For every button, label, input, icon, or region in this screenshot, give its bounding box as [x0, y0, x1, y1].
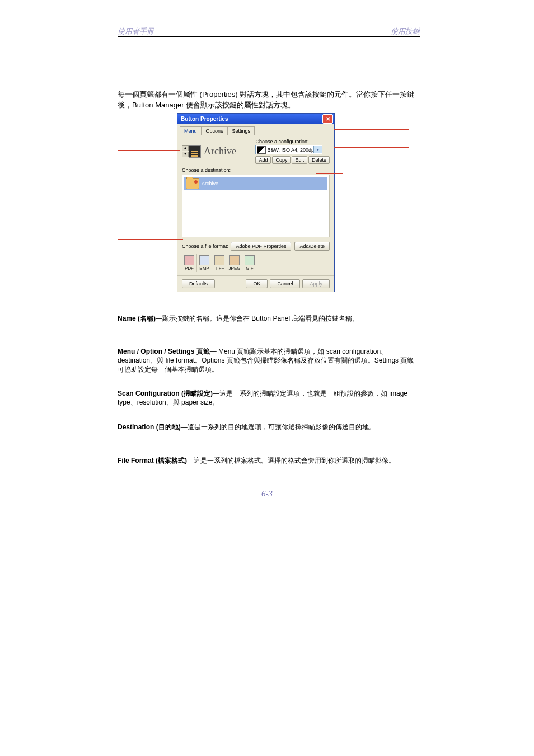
- intro-para: 每一個頁籤都有一個屬性 (Properties) 對話方塊，其中包含該按鍵的元件…: [118, 90, 420, 111]
- defaults-button[interactable]: Defaults: [182, 279, 215, 288]
- format-jpeg[interactable]: JPEG: [227, 254, 242, 272]
- leader-dest-v: [343, 173, 343, 224]
- tab-menu[interactable]: Menu: [180, 126, 202, 135]
- config-combo[interactable]: B&W, ISO A4, 200dpi ▾: [255, 145, 322, 154]
- copy-button[interactable]: Copy: [272, 156, 291, 164]
- folder-icon: [186, 178, 199, 189]
- config-value: B&W, ISO A4, 200dpi: [267, 147, 313, 153]
- tab-options[interactable]: Options: [202, 126, 228, 135]
- header-rule: [118, 36, 420, 37]
- tab-row: Menu Options Settings: [177, 126, 334, 135]
- cancel-button[interactable]: Cancel: [270, 279, 300, 288]
- name-block: ▲▼ Archive: [182, 139, 236, 164]
- destination-list[interactable]: Archive: [182, 175, 330, 237]
- pdf-properties-button[interactable]: Adobe PDF Properties: [231, 242, 291, 251]
- header-left: 使用者手冊: [118, 26, 154, 36]
- leader-tabs: [334, 129, 409, 130]
- leader-format: [118, 239, 183, 240]
- choose-format-label: Choose a file format:: [182, 243, 228, 249]
- destination-label: Archive: [202, 181, 218, 186]
- destination-item-archive[interactable]: Archive: [184, 177, 327, 190]
- format-tiff[interactable]: TIFF: [212, 254, 227, 272]
- config-icon: [257, 146, 266, 154]
- callout-scan: Scan Configuration (掃瞄設定)—這是一系列的掃瞄設定選項，也…: [118, 389, 420, 407]
- dialog-titlebar: Button Properties ✕: [177, 114, 334, 124]
- callout-tabs: Menu / Option / Settings 頁籤— Menu 頁籤顯示基本…: [118, 347, 420, 374]
- format-gif[interactable]: GIF: [242, 254, 257, 272]
- header-right: 使用按鍵: [391, 26, 420, 36]
- archive-icon: [189, 145, 201, 158]
- apply-button: Apply: [302, 279, 330, 288]
- choose-config-label: Choose a configuration:: [255, 139, 330, 144]
- number-spinner[interactable]: ▲▼: [182, 145, 188, 157]
- chevron-down-icon[interactable]: ▾: [313, 146, 322, 153]
- tab-settings[interactable]: Settings: [228, 126, 255, 135]
- edit-button[interactable]: Edit: [292, 156, 307, 164]
- callout-format: File Format (檔案格式)—這是一系列的檔案格式。選擇的格式會套用到你…: [118, 456, 420, 465]
- button-properties-dialog: Button Properties ✕ Menu Options Setting…: [177, 113, 335, 292]
- add-button[interactable]: Add: [255, 156, 271, 164]
- ok-button[interactable]: OK: [246, 279, 268, 288]
- format-bmp[interactable]: BMP: [197, 254, 212, 272]
- button-name-field[interactable]: Archive: [204, 145, 236, 157]
- page-number: 6-3: [0, 489, 534, 499]
- dialog-title: Button Properties: [181, 116, 228, 122]
- close-icon[interactable]: ✕: [322, 114, 333, 124]
- add-delete-button[interactable]: Add/Delete: [294, 242, 330, 251]
- leader-dest: [316, 173, 343, 174]
- choose-dest-label: Choose a destination:: [182, 167, 330, 173]
- leader-name: [118, 150, 180, 151]
- format-row: PDF BMP TIFF JPEG GIF: [182, 254, 330, 272]
- delete-button[interactable]: Delete: [308, 156, 330, 164]
- callout-dest: Destination (目的地)—這是一系列的目的地選項，可讓你選擇掃瞄影像的…: [118, 422, 420, 431]
- format-pdf[interactable]: PDF: [182, 254, 197, 272]
- callout-name: Name (名稱)—顯示按鍵的名稱。這是你會在 Button Panel 底端看…: [118, 314, 420, 323]
- leader-scan-config: [334, 147, 409, 148]
